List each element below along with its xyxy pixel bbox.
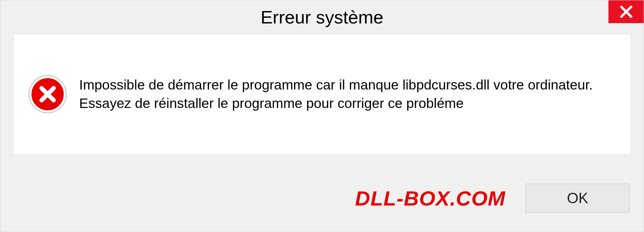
error-icon xyxy=(30,76,66,112)
dialog-body: Impossible de démarrer le programme car … xyxy=(13,34,631,155)
error-message: Impossible de démarrer le programme car … xyxy=(79,76,610,113)
titlebar: Erreur système xyxy=(0,0,644,34)
brand-watermark: DLL-BOX.COM xyxy=(355,186,505,210)
close-button[interactable] xyxy=(608,0,644,23)
dialog-footer: DLL-BOX.COM OK xyxy=(0,171,644,232)
ok-button[interactable]: OK xyxy=(526,184,630,213)
close-icon xyxy=(620,5,633,18)
error-dialog: Erreur système Impossible de démarrer le… xyxy=(0,0,644,232)
dialog-title: Erreur système xyxy=(261,7,383,27)
